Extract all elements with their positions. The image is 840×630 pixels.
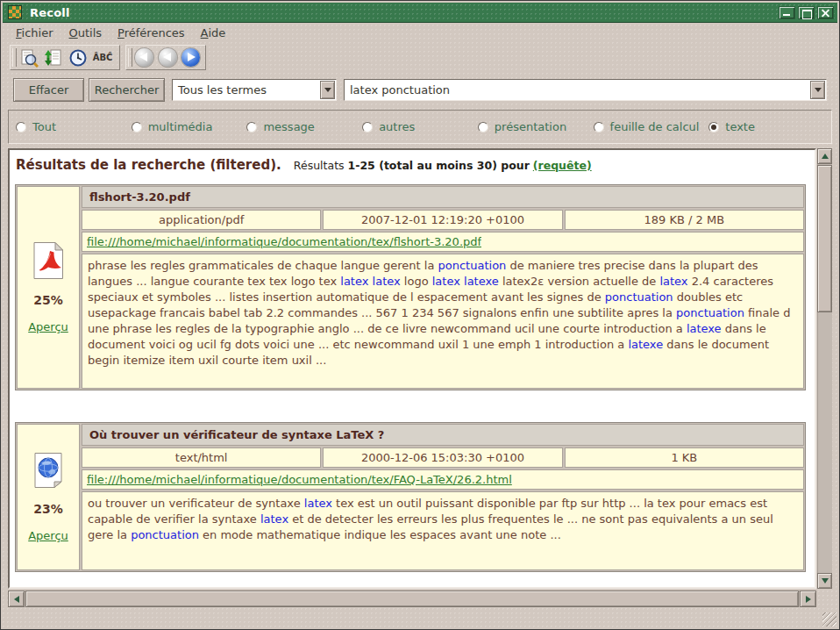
titlebar: Recoll xyxy=(3,3,837,23)
maximize-icon[interactable] xyxy=(798,6,815,19)
result-date: 2000-12-06 15:03:30 +0100 xyxy=(323,447,562,468)
chevron-down-icon[interactable] xyxy=(320,81,335,99)
filter-label: multimédia xyxy=(148,120,213,133)
filter-label: Tout xyxy=(32,120,56,133)
result-side-panel: 23% Aperçu xyxy=(17,424,80,570)
radio-icon[interactable] xyxy=(16,122,26,132)
filter-radio-presentation[interactable]: présentation xyxy=(478,120,594,133)
filter-label: autres xyxy=(379,120,415,133)
scroll-up-icon[interactable] xyxy=(817,148,832,164)
minimize-icon[interactable] xyxy=(779,6,795,19)
preview-link[interactable]: Aperçu xyxy=(28,320,68,333)
result-mime: application/pdf xyxy=(82,210,321,230)
close-icon[interactable] xyxy=(817,6,834,19)
menubar: Fichier Outils Préférences Aide xyxy=(3,24,837,42)
result-side-panel: 25% Aperçu xyxy=(17,186,80,389)
menu-outils[interactable]: Outils xyxy=(61,25,110,40)
window-title: Recoll xyxy=(30,6,70,19)
nav-forward-icon[interactable] xyxy=(180,47,202,68)
toolbar-group-tools: ÂBĈ xyxy=(10,45,120,70)
chevron-down-icon[interactable] xyxy=(810,81,825,99)
filter-radio-texte[interactable]: texte xyxy=(708,120,824,133)
toolbar: ÂBĈ xyxy=(3,43,837,72)
result-size: 189 KB / 2 MB xyxy=(565,210,804,230)
filter-radio-tout[interactable]: Tout xyxy=(16,120,132,133)
search-mode-select[interactable]: Tous les termes xyxy=(172,79,337,101)
app-icon xyxy=(8,5,22,19)
filter-radio-feuille-de-calcul[interactable]: feuille de calcul xyxy=(594,120,709,133)
filter-label: présentation xyxy=(495,120,566,133)
scroll-left-icon[interactable] xyxy=(8,591,25,607)
result-snippet: phrase les regles grammaticales de chaqu… xyxy=(82,254,804,389)
result-url-row: file:///home/michael/informatique/docume… xyxy=(82,469,804,490)
filter-radio-autres[interactable]: autres xyxy=(362,120,478,133)
filter-label: feuille de calcul xyxy=(610,120,700,133)
results-summary: 1-25 (total au moins 30) pour xyxy=(348,159,530,172)
result-title: flshort-3.20.pdf xyxy=(82,186,804,208)
radio-icon[interactable] xyxy=(478,122,488,132)
result-size: 1 KB xyxy=(565,447,804,468)
search-mode-value: Tous les termes xyxy=(173,83,320,97)
term-explorer-icon[interactable]: ÂBĈ xyxy=(91,47,114,68)
filter-label: texte xyxy=(725,120,755,133)
results-title: Résultats de la recherche (filtered). xyxy=(16,157,281,173)
result-date: 2007-12-01 12:19:20 +0100 xyxy=(323,210,562,230)
filter-radio-multimedia[interactable]: multimédia xyxy=(132,120,247,133)
menu-aide[interactable]: Aide xyxy=(193,25,234,40)
search-input[interactable] xyxy=(345,83,810,97)
search-document-icon[interactable] xyxy=(18,47,40,68)
result-item: 23% Aperçu Où trouver un vérificateur de… xyxy=(15,422,806,572)
radio-icon[interactable] xyxy=(132,122,142,132)
radio-icon[interactable] xyxy=(246,122,257,132)
horizontal-scrollbar[interactable] xyxy=(8,591,816,607)
vertical-scrollbar-thumb[interactable] xyxy=(817,165,832,312)
nav-back-icon[interactable] xyxy=(133,47,155,68)
recoll-window: Recoll Fichier Outils Préférences Aide xyxy=(0,0,840,630)
vertical-scrollbar[interactable] xyxy=(817,148,832,589)
results-summary-prefix: Résultats xyxy=(294,159,345,172)
radio-icon[interactable] xyxy=(708,122,719,132)
preview-link[interactable]: Aperçu xyxy=(28,529,68,542)
result-snippet: ou trouver un verificateur de syntaxe la… xyxy=(82,491,804,570)
results-heading: Résultats de la recherche (filtered). Ré… xyxy=(16,157,811,173)
result-url-link[interactable]: file:///home/michael/informatique/docume… xyxy=(87,473,512,486)
result-meta-row: application/pdf 2007-12-01 12:19:20 +010… xyxy=(82,210,804,230)
scroll-right-icon[interactable] xyxy=(800,591,816,607)
horizontal-scrollbar-thumb[interactable] xyxy=(25,591,799,607)
html-file-icon[interactable] xyxy=(32,452,65,489)
category-filter-frame: Tout multimédia message autres présentat… xyxy=(8,110,832,144)
query-details-link[interactable]: (requête) xyxy=(533,159,592,172)
results-list: Résultats de la recherche (filtered). Ré… xyxy=(8,148,816,589)
toolbar-group-navigation xyxy=(125,45,206,70)
resize-grip[interactable] xyxy=(822,612,836,626)
radio-icon[interactable] xyxy=(594,122,604,132)
result-title: Où trouver un vérificateur de syntaxe La… xyxy=(82,424,804,446)
menu-fichier[interactable]: Fichier xyxy=(8,25,61,40)
clear-button[interactable]: Effacer xyxy=(13,78,84,102)
result-meta-row: text/html 2000-12-06 15:03:30 +0100 1 KB xyxy=(82,447,804,468)
update-index-icon[interactable] xyxy=(42,47,65,68)
result-mime: text/html xyxy=(82,447,321,468)
filter-label: message xyxy=(263,120,314,133)
radio-icon[interactable] xyxy=(362,122,373,132)
relevance-percent: 25% xyxy=(33,293,63,307)
result-url-row: file:///home/michael/informatique/docume… xyxy=(82,232,804,252)
search-button[interactable]: Rechercher xyxy=(89,78,165,102)
filter-radio-message[interactable]: message xyxy=(246,120,362,133)
result-url-link[interactable]: file:///home/michael/informatique/docume… xyxy=(87,235,481,248)
search-query-combo xyxy=(344,79,827,101)
nav-back-icon[interactable] xyxy=(157,47,179,68)
search-row: Effacer Rechercher Tous les termes xyxy=(1,78,839,103)
menu-preferences[interactable]: Préférences xyxy=(110,25,192,40)
sort-by-date-icon[interactable] xyxy=(67,47,89,68)
relevance-percent: 23% xyxy=(33,502,63,516)
result-item: 25% Aperçu flshort-3.20.pdf application/… xyxy=(15,184,806,390)
scroll-down-icon[interactable] xyxy=(817,573,832,589)
pdf-file-icon[interactable] xyxy=(32,241,65,280)
